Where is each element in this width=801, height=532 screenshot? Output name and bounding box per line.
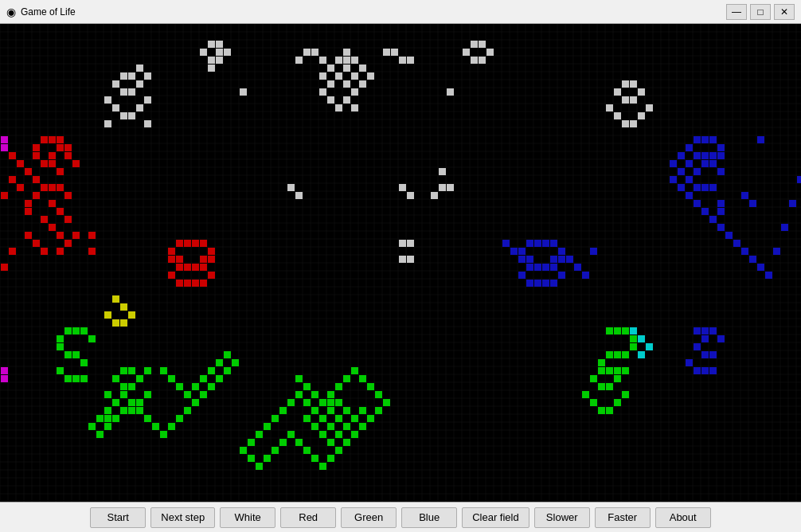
title-controls: — □ ✕	[726, 4, 795, 20]
close-button[interactable]: ✕	[774, 4, 795, 20]
clear-field-button[interactable]: Clear field	[462, 507, 529, 528]
slower-button[interactable]: Slower	[534, 507, 590, 528]
about-button[interactable]: About	[655, 507, 711, 528]
minimize-button[interactable]: —	[726, 4, 747, 20]
maximize-button[interactable]: □	[750, 4, 771, 20]
start-button[interactable]: Start	[90, 507, 146, 528]
title-left: ◉ Game of Life	[6, 6, 76, 18]
next-step-button[interactable]: Next step	[150, 507, 215, 528]
white-button[interactable]: White	[220, 507, 275, 528]
toolbar: StartNext stepWhiteRedGreenBlueClear fie…	[0, 502, 801, 532]
faster-button[interactable]: Faster	[595, 507, 651, 528]
title-text: Game of Life	[21, 6, 76, 18]
blue-button[interactable]: Blue	[401, 507, 457, 528]
title-icon: ◉	[6, 6, 16, 18]
game-canvas[interactable]	[0, 24, 801, 502]
red-button[interactable]: Red	[280, 507, 336, 528]
green-button[interactable]: Green	[341, 507, 397, 528]
title-bar: ◉ Game of Life — □ ✕	[0, 0, 801, 24]
game-area[interactable]	[0, 24, 801, 502]
